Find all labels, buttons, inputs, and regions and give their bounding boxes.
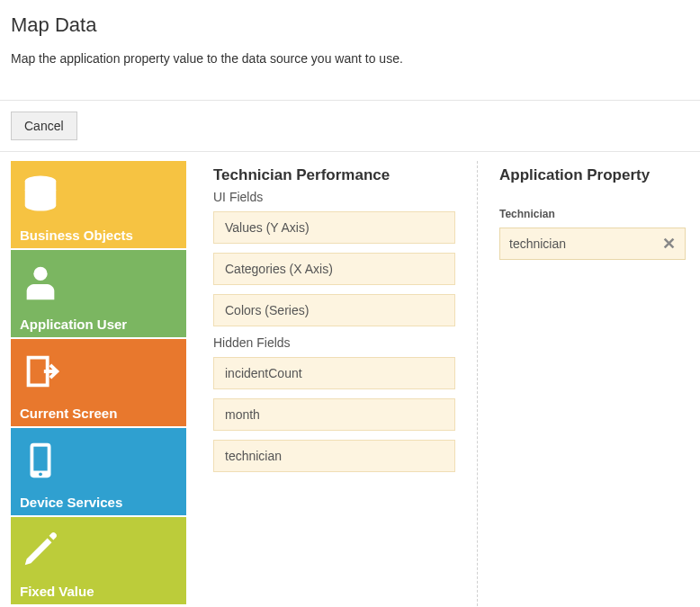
hidden-field-item[interactable]: incidentCount	[213, 357, 455, 389]
tile-application-user[interactable]: Application User	[11, 250, 186, 337]
action-bar: Cancel	[0, 101, 700, 151]
hidden-field-item[interactable]: technician	[213, 440, 455, 472]
tile-current-screen[interactable]: Current Screen	[11, 339, 186, 426]
tile-label: Fixed Value	[20, 584, 177, 599]
screen-arrow-icon	[20, 348, 177, 395]
page-description: Map the application property value to th…	[11, 51, 689, 66]
cancel-button[interactable]: Cancel	[11, 112, 77, 140]
tile-fixed-value[interactable]: Fixed Value	[11, 517, 186, 604]
hidden-field-item[interactable]: month	[213, 398, 455, 431]
svg-point-1	[33, 267, 47, 281]
tile-business-objects[interactable]: Business Objects	[11, 161, 186, 248]
ui-field-item[interactable]: Values (Y Axis)	[213, 211, 455, 244]
mobile-icon	[20, 437, 177, 484]
ui-field-item[interactable]: Colors (Series)	[213, 294, 455, 326]
user-icon	[20, 259, 177, 306]
tile-device-services[interactable]: Device Services	[11, 428, 186, 515]
ui-field-item[interactable]: Categories (X Axis)	[213, 253, 455, 285]
page-title: Map Data	[11, 13, 689, 37]
tile-label: Current Screen	[20, 406, 177, 421]
tile-label: Application User	[20, 317, 177, 332]
hidden-fields-label: Hidden Fields	[213, 335, 455, 350]
property-value-box[interactable]: technician ✕	[499, 228, 686, 260]
property-label: Technician	[499, 208, 686, 220]
fields-panel-title: Technician Performance	[213, 166, 455, 184]
property-panel-title: Application Property	[499, 166, 686, 184]
fields-panel: Technician Performance UI Fields Values …	[186, 161, 477, 481]
svg-rect-3	[33, 447, 47, 471]
main-columns: Business Objects Application User Curren…	[0, 152, 700, 607]
property-value-text: technician	[509, 237, 566, 251]
tile-label: Device Services	[20, 495, 177, 510]
close-icon[interactable]: ✕	[662, 236, 676, 252]
pencil-icon	[20, 526, 177, 573]
database-icon	[20, 170, 177, 217]
source-tiles: Business Objects Application User Curren…	[11, 161, 186, 606]
ui-fields-label: UI Fields	[213, 190, 455, 204]
tile-label: Business Objects	[20, 228, 177, 243]
svg-point-4	[39, 472, 42, 476]
property-panel: Application Property Technician technici…	[478, 161, 689, 260]
